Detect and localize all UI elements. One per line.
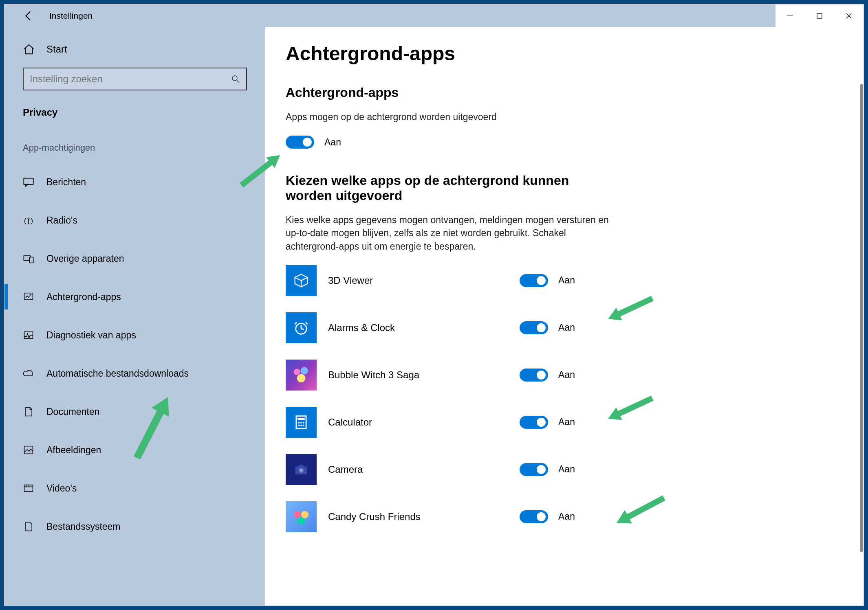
sidebar-item-diagnostiek[interactable]: Diagnostiek van apps (23, 323, 247, 348)
close-button[interactable] (834, 4, 864, 27)
svg-point-22 (303, 422, 304, 423)
sidebar-item-label: Overige apparaten (46, 253, 124, 264)
svg-rect-9 (24, 293, 33, 300)
app-toggle-state: Aan (558, 275, 575, 286)
radio-icon (23, 215, 34, 226)
section-description-2: Kies welke apps gegevens mogen ontvangen… (286, 213, 612, 253)
app-icon-alarms-clock (286, 312, 317, 343)
sidebar-item-label: Automatische bestandsdownloads (46, 368, 189, 379)
sidebar-item-bestandssysteem[interactable]: Bestandssysteem (23, 514, 247, 539)
sidebar-item-radios[interactable]: Radio's (23, 208, 247, 233)
sidebar-item-afbeeldingen[interactable]: Afbeeldingen (23, 437, 247, 463)
diagnostics-icon (23, 329, 34, 341)
message-icon (23, 176, 34, 188)
master-toggle[interactable] (286, 136, 314, 149)
app-row-3d-viewer: 3D Viewer Aan (286, 265, 843, 296)
maximize-button[interactable] (805, 4, 834, 27)
images-icon (23, 444, 34, 456)
content-pane: Achtergrond-apps Achtergrond-apps Apps m… (265, 27, 864, 606)
app-toggle-state: Aan (558, 511, 575, 522)
app-toggle-state: Aan (558, 464, 575, 475)
svg-rect-8 (29, 257, 33, 263)
window-title: Instellingen (49, 11, 93, 21)
sidebar-item-label: Diagnostiek van apps (46, 330, 136, 341)
app-name: Calculator (328, 417, 520, 428)
sidebar-item-achtergrond-apps[interactable]: Achtergrond-apps (23, 284, 247, 309)
svg-point-23 (298, 425, 300, 426)
sidebar: Start Privacy App-machtigingen Berichten… (4, 27, 265, 606)
app-toggle-camera[interactable] (520, 463, 548, 476)
home-button[interactable]: Start (23, 38, 247, 68)
app-row-calculator: Calculator Aan (286, 407, 843, 438)
svg-rect-19 (297, 418, 305, 420)
home-label: Start (46, 44, 67, 55)
sidebar-item-documenten[interactable]: Documenten (23, 399, 247, 424)
svg-point-4 (232, 76, 237, 81)
app-icon-bubble-witch (286, 360, 317, 391)
app-icon-calculator (286, 407, 317, 438)
section-description: Apps mogen op de achtergrond worden uitg… (286, 110, 612, 123)
sidebar-item-label: Video's (46, 483, 77, 494)
app-name: Camera (328, 464, 520, 475)
svg-point-17 (297, 374, 306, 382)
sidebar-item-overige-apparaten[interactable]: Overige apparaten (23, 246, 247, 271)
svg-point-28 (300, 469, 303, 472)
svg-point-31 (297, 517, 305, 524)
section-label-app-permissions: App-machtigingen (23, 143, 247, 153)
svg-point-20 (298, 422, 300, 423)
svg-line-5 (237, 80, 239, 83)
app-toggle-3d-viewer[interactable] (520, 274, 548, 287)
document-icon (23, 406, 34, 417)
sidebar-item-videos[interactable]: Video's (23, 476, 247, 501)
app-toggle-state: Aan (558, 369, 575, 380)
sidebar-item-berichten[interactable]: Berichten (23, 169, 247, 195)
close-icon (845, 12, 853, 20)
video-icon (23, 483, 34, 494)
svg-point-15 (294, 369, 300, 375)
app-toggle-alarms-clock[interactable] (520, 321, 548, 334)
app-toggle-bubble-witch[interactable] (520, 369, 548, 382)
svg-rect-6 (24, 178, 33, 184)
master-toggle-row: Aan (286, 136, 843, 149)
maximize-icon (816, 12, 823, 20)
minimize-button[interactable] (775, 4, 805, 27)
filesystem-icon (23, 521, 34, 532)
app-toggle-state: Aan (558, 322, 575, 333)
svg-rect-13 (24, 485, 33, 492)
svg-point-24 (300, 425, 302, 426)
app-toggle-candy-crush[interactable] (520, 510, 548, 523)
search-box[interactable] (23, 68, 247, 90)
app-toggle-calculator[interactable] (520, 416, 548, 429)
app-row-candy-crush: Candy Crush Friends Aan (286, 501, 843, 532)
cloud-icon (23, 368, 34, 379)
home-icon (23, 43, 35, 55)
app-name: 3D Viewer (328, 275, 520, 286)
app-list: 3D Viewer Aan Alarms & Clock Aan (286, 265, 843, 532)
svg-point-25 (303, 425, 304, 426)
sidebar-item-label: Radio's (46, 215, 77, 226)
window-controls (775, 4, 864, 27)
svg-point-30 (301, 511, 308, 518)
scrollbar[interactable] (860, 84, 863, 552)
sidebar-item-label: Documenten (46, 406, 99, 417)
svg-point-29 (294, 511, 301, 518)
svg-point-21 (300, 422, 302, 423)
devices-icon (23, 253, 34, 264)
back-button[interactable] (23, 10, 35, 22)
app-row-alarms-clock: Alarms & Clock Aan (286, 312, 843, 343)
sidebar-item-label: Berichten (46, 177, 86, 188)
sidebar-item-label: Bestandssysteem (46, 521, 121, 532)
svg-point-10 (31, 294, 31, 295)
master-toggle-state: Aan (324, 137, 341, 148)
sidebar-item-downloads[interactable]: Automatische bestandsdownloads (23, 361, 247, 386)
sidebar-item-label: Afbeeldingen (46, 445, 101, 456)
svg-rect-1 (817, 13, 822, 18)
search-input[interactable] (30, 73, 231, 85)
category-privacy[interactable]: Privacy (23, 107, 247, 118)
app-name: Alarms & Clock (328, 322, 520, 334)
titlebar: Instellingen (4, 4, 864, 27)
app-name: Candy Crush Friends (328, 511, 520, 522)
svg-point-16 (301, 367, 308, 374)
search-icon (231, 75, 240, 83)
section-heading-choose-apps: Kiezen welke apps op de achtergrond kunn… (286, 173, 612, 203)
